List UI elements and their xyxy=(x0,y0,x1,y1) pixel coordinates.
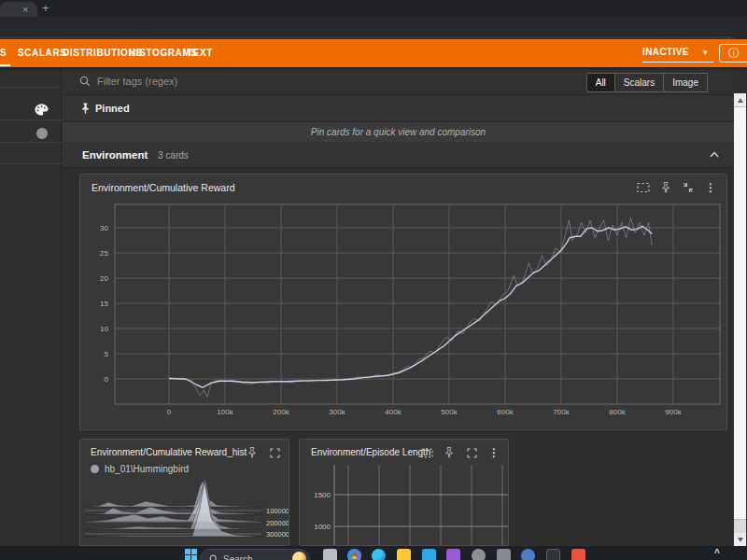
info-button[interactable]: ⓘ xyxy=(719,44,747,63)
pin-icon xyxy=(80,103,91,115)
svg-text:700k: 700k xyxy=(553,408,570,416)
windows-taskbar: Search ^ xyxy=(0,546,747,560)
card-cumulative-reward-hist: Environment/Cumulative Reward_hist hb_01… xyxy=(79,439,289,546)
start-button[interactable] xyxy=(185,549,197,560)
screen: × + arkMode=true#timeseries ☆ S SCALARS … xyxy=(0,0,747,560)
svg-text:400k: 400k xyxy=(385,408,402,416)
scrollbar-thumb[interactable] xyxy=(734,106,746,520)
pinned-section-header[interactable]: Pinned xyxy=(63,95,734,122)
sidebar-divider xyxy=(0,163,62,164)
sidebar-divider xyxy=(0,142,62,143)
pinned-label: Pinned xyxy=(95,95,130,122)
browser-address-bar: arkMode=true#timeseries ☆ xyxy=(0,17,747,39)
filter-all-button[interactable]: All xyxy=(586,73,615,92)
scrollbar-down-arrow[interactable] xyxy=(734,533,746,546)
taskbar-app-blue-tool-app[interactable] xyxy=(521,549,535,560)
browser-tab[interactable] xyxy=(0,2,37,17)
filter-tags-input[interactable]: Filter tags (regex) xyxy=(97,67,177,95)
filter-scalars-button[interactable]: Scalars xyxy=(615,73,664,92)
tab-scalars[interactable]: SCALARS xyxy=(18,39,67,67)
tab-timeseries-partial[interactable]: S xyxy=(0,39,7,67)
section-card-count: 3 cards xyxy=(158,142,189,168)
collapse-chevron-icon[interactable] xyxy=(710,151,719,158)
tab-text[interactable]: TEXT xyxy=(187,39,213,67)
taskbar-app-edge[interactable] xyxy=(372,549,386,560)
svg-text:600k: 600k xyxy=(497,408,514,416)
svg-text:10: 10 xyxy=(100,325,108,333)
sidebar-divider xyxy=(0,119,62,120)
search-icon xyxy=(79,76,91,87)
new-tab-icon[interactable]: + xyxy=(42,1,49,16)
svg-text:0: 0 xyxy=(105,375,109,384)
svg-text:1500: 1500 xyxy=(314,491,331,499)
svg-text:200000: 200000 xyxy=(266,519,289,527)
card-cumulative-reward: Environment/Cumulative Reward ⋮ 05101520… xyxy=(79,174,727,430)
taskbar-app-gray-gear-app[interactable] xyxy=(472,549,486,560)
episode-length-chart[interactable]: 15001000 xyxy=(300,440,509,546)
svg-text:800k: 800k xyxy=(609,408,626,416)
svg-text:100000: 100000 xyxy=(266,507,289,515)
svg-text:25: 25 xyxy=(100,249,108,258)
svg-text:15: 15 xyxy=(100,300,108,308)
taskbar-app-red-app[interactable] xyxy=(571,549,585,560)
search-label: Search xyxy=(223,554,253,560)
svg-text:100k: 100k xyxy=(217,408,233,416)
section-title: Environment xyxy=(82,142,148,168)
svg-text:300k: 300k xyxy=(329,408,345,416)
browser-tab-bar: × + xyxy=(0,0,747,17)
status-underline xyxy=(642,62,713,63)
taskbar-app-blue-app[interactable] xyxy=(422,549,436,560)
svg-text:200k: 200k xyxy=(273,408,289,416)
tab-close-icon[interactable]: × xyxy=(22,2,28,17)
sidebar-divider xyxy=(0,87,62,88)
taskbar-search[interactable]: Search xyxy=(200,549,310,560)
palette-icon[interactable] xyxy=(35,104,49,116)
histogram-chart[interactable]: 100000200000300000 xyxy=(80,440,289,546)
environment-section-header[interactable]: Environment 3 cards xyxy=(63,142,734,168)
taskbar-app-window-app[interactable] xyxy=(323,549,337,560)
card-episode-length: Environment/Episode Length ⋮ 15001000 xyxy=(299,439,509,546)
svg-text:1000: 1000 xyxy=(314,523,331,531)
taskbar-app-file-explorer[interactable] xyxy=(397,549,411,560)
card-type-filter-group: All Scalars Image xyxy=(586,73,708,92)
svg-text:5: 5 xyxy=(105,350,109,358)
svg-text:0: 0 xyxy=(167,408,172,416)
vertical-scrollbar[interactable] xyxy=(734,93,746,546)
main-content: Filter tags (regex) All Scalars Image Pi… xyxy=(63,67,734,546)
svg-text:500k: 500k xyxy=(441,408,458,416)
search-icon xyxy=(209,554,218,560)
svg-text:20: 20 xyxy=(100,274,108,283)
active-tab-indicator xyxy=(0,64,10,66)
scrollbar-up-arrow[interactable] xyxy=(734,93,746,106)
taskbar-app-chrome[interactable] xyxy=(347,549,361,560)
weather-icon xyxy=(292,552,306,560)
svg-text:900k: 900k xyxy=(665,408,682,416)
svg-text:30: 30 xyxy=(100,224,108,232)
taskbar-app-hexagon-app[interactable] xyxy=(497,549,511,560)
taskbar-app-terminal[interactable] xyxy=(546,549,560,560)
tensorboard-header: S SCALARS DISTRIBUTIONS HISTOGRAMS TEXT … xyxy=(0,39,747,67)
run-color-dot[interactable] xyxy=(36,128,48,139)
pin-hint: Pin cards for a quick view and compariso… xyxy=(63,122,734,142)
filter-image-button[interactable]: Image xyxy=(664,73,708,92)
cumulative-reward-chart[interactable]: 0510152025300100k200k300k400k500k600k700… xyxy=(80,175,727,430)
tray-show-hidden-icon[interactable]: ^ xyxy=(714,548,720,558)
svg-text:300000: 300000 xyxy=(266,530,289,539)
runs-sidebar xyxy=(0,67,62,546)
filter-toolbar: Filter tags (regex) All Scalars Image xyxy=(63,67,734,95)
taskbar-app-visual-studio[interactable] xyxy=(446,549,460,560)
